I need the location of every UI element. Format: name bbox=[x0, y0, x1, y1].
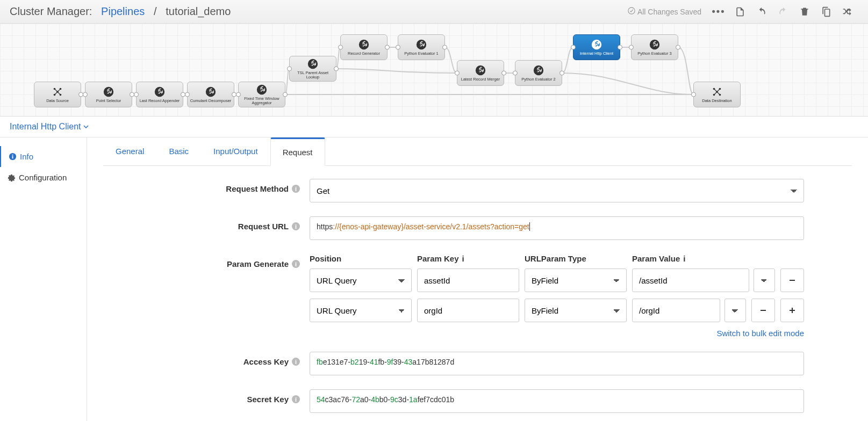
undo-button[interactable] bbox=[751, 1, 772, 23]
svg-rect-15 bbox=[761, 310, 766, 311]
breadcrumb-pipelines-link[interactable]: Pipelines bbox=[101, 5, 145, 17]
request-url-label: Request URL i bbox=[103, 216, 310, 231]
node-label: TSL Parent Asset Lookup bbox=[291, 71, 334, 80]
node-label: Last Record Appender bbox=[140, 99, 180, 103]
more-menu-button[interactable]: ••• bbox=[708, 1, 729, 23]
pipeline-node[interactable]: Fixed Time Window Aggregator bbox=[238, 82, 285, 107]
pipeline-node[interactable]: Cumulant Decomposer bbox=[187, 82, 234, 107]
pipeline-node[interactable]: Point Selector bbox=[85, 82, 132, 107]
bulk-edit-link[interactable]: Switch to bulk edit mode bbox=[310, 329, 804, 338]
secret-key-input[interactable]: 54c3ac76-72a0-4bb0-9c3d-1afef7cdc01b bbox=[310, 389, 804, 413]
pipeline-node[interactable]: Record Generator bbox=[340, 34, 388, 60]
redo-button[interactable] bbox=[772, 1, 794, 23]
port-out[interactable] bbox=[676, 45, 680, 50]
port-out[interactable] bbox=[442, 45, 447, 50]
tab-basic[interactable]: Basic bbox=[156, 137, 201, 165]
param-type-select[interactable]: ByField bbox=[525, 299, 627, 322]
remove-param-button[interactable] bbox=[780, 268, 804, 292]
node-icon bbox=[256, 84, 268, 96]
stage-selector[interactable]: Internal Http Client bbox=[10, 122, 89, 132]
node-icon bbox=[52, 86, 63, 98]
help-icon[interactable]: i bbox=[292, 185, 300, 193]
node-label: Data Destination bbox=[702, 99, 731, 103]
port-in[interactable] bbox=[185, 92, 190, 97]
port-in[interactable] bbox=[571, 45, 576, 50]
param-value-dropdown[interactable] bbox=[754, 268, 775, 292]
port-in[interactable] bbox=[83, 92, 88, 97]
port-out[interactable] bbox=[559, 71, 564, 76]
save-status: All Changes Saved bbox=[628, 7, 701, 16]
new-button[interactable] bbox=[729, 1, 751, 23]
pipeline-node[interactable]: Latest Record Merger bbox=[457, 60, 504, 86]
pipeline-node[interactable]: Python Evaluator 2 bbox=[515, 60, 562, 86]
help-icon[interactable]: i bbox=[292, 222, 300, 230]
svg-rect-12 bbox=[12, 156, 13, 159]
param-table-header: Position Param Keyi URLParam Type Param … bbox=[310, 254, 804, 263]
remove-param-button[interactable] bbox=[751, 299, 775, 322]
port-in[interactable] bbox=[691, 92, 696, 97]
svg-point-0 bbox=[628, 8, 635, 14]
pipeline-node[interactable]: TSL Parent Asset Lookup bbox=[289, 56, 336, 82]
param-key-input[interactable] bbox=[417, 268, 519, 292]
help-icon[interactable]: i bbox=[292, 260, 300, 268]
param-row: URL QueryByField bbox=[310, 299, 804, 322]
param-value-dropdown[interactable] bbox=[724, 299, 746, 322]
sidebar-tab-info[interactable]: Info bbox=[0, 146, 87, 167]
node-label: Python Evaluator 1 bbox=[404, 52, 438, 56]
port-in[interactable] bbox=[513, 71, 518, 76]
sidebar-tab-configuration[interactable]: Configuration bbox=[0, 167, 87, 188]
copy-button[interactable] bbox=[815, 1, 837, 23]
help-icon[interactable]: i bbox=[292, 358, 300, 366]
pipeline-node[interactable]: Internal Http Client bbox=[573, 34, 620, 60]
port-out[interactable] bbox=[334, 67, 339, 71]
pipeline-node[interactable]: Python Evaluator 3 bbox=[631, 34, 678, 60]
pipeline-node[interactable]: Last Record Appender bbox=[136, 82, 183, 107]
param-type-select[interactable]: ByField bbox=[525, 268, 627, 292]
pipeline-node[interactable]: Data Source bbox=[34, 82, 81, 107]
request-url-input[interactable]: https://{enos-api-gateway}/asset-service… bbox=[310, 216, 804, 240]
help-icon[interactable]: i bbox=[292, 395, 300, 403]
port-out[interactable] bbox=[618, 45, 622, 50]
param-key-input[interactable] bbox=[417, 299, 519, 322]
port-in[interactable] bbox=[287, 67, 292, 71]
tab-request[interactable]: Request bbox=[270, 137, 325, 166]
param-value-input[interactable] bbox=[632, 268, 749, 292]
shuffle-button[interactable] bbox=[837, 1, 858, 23]
pipeline-node[interactable]: Data Destination bbox=[693, 82, 741, 107]
node-label: Data Source bbox=[46, 99, 69, 103]
port-in[interactable] bbox=[396, 45, 400, 50]
gear-icon bbox=[8, 173, 16, 182]
secret-key-label: Secret Key i bbox=[103, 389, 310, 404]
svg-rect-17 bbox=[792, 308, 793, 313]
tab-input-output[interactable]: Input/Output bbox=[201, 137, 270, 165]
pipeline-node[interactable]: Python Evaluator 1 bbox=[398, 34, 445, 60]
help-icon[interactable]: i bbox=[683, 254, 685, 263]
param-position-select[interactable]: URL Query bbox=[310, 299, 412, 322]
request-method-select[interactable]: Get bbox=[310, 179, 804, 202]
add-param-button[interactable] bbox=[780, 299, 804, 322]
node-label: Fixed Time Window Aggregator bbox=[240, 97, 283, 106]
node-icon bbox=[307, 58, 319, 70]
node-label: Cumulant Decomposer bbox=[190, 99, 232, 103]
node-icon bbox=[711, 86, 723, 98]
help-icon[interactable]: i bbox=[462, 254, 464, 263]
port-in[interactable] bbox=[455, 71, 460, 76]
port-in[interactable] bbox=[338, 45, 343, 50]
param-value-input[interactable] bbox=[632, 299, 720, 322]
node-label: Internal Http Client bbox=[580, 52, 613, 56]
port-out[interactable] bbox=[283, 92, 288, 97]
breadcrumb-sep: / bbox=[154, 5, 157, 17]
node-label: Latest Record Merger bbox=[461, 77, 500, 82]
pipeline-canvas[interactable]: Data SourcePoint SelectorLast Record App… bbox=[0, 24, 868, 117]
breadcrumb-current: tutorial_demo bbox=[166, 5, 231, 17]
port-in[interactable] bbox=[629, 45, 634, 50]
port-in[interactable] bbox=[236, 92, 241, 97]
port-out[interactable] bbox=[501, 71, 506, 76]
port-out[interactable] bbox=[385, 45, 390, 50]
param-position-select[interactable]: URL Query bbox=[310, 268, 412, 292]
port-in[interactable] bbox=[134, 92, 139, 97]
delete-button[interactable] bbox=[794, 1, 815, 23]
app-header: Cluster Manager: Pipelines / tutorial_de… bbox=[0, 0, 868, 24]
access-key-input[interactable]: fbe131e7-b219-41fb-9f39-43a17b81287d bbox=[310, 352, 804, 375]
tab-general[interactable]: General bbox=[103, 137, 156, 165]
